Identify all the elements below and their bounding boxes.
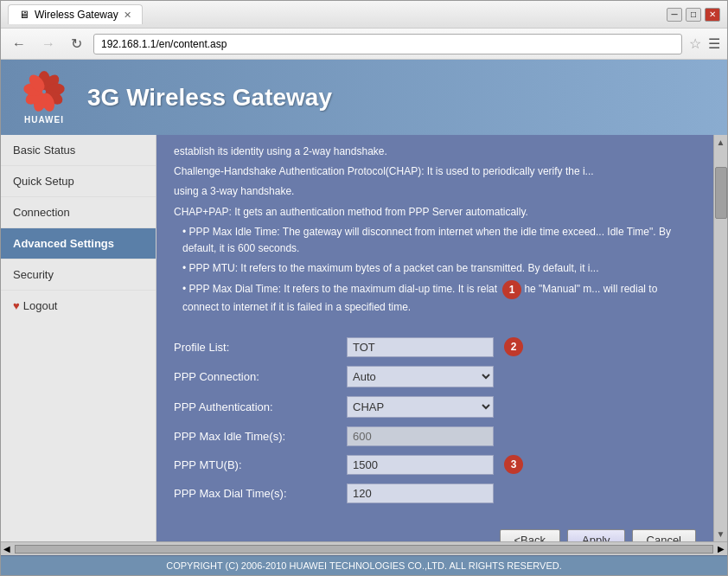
annotation-2: 2: [504, 337, 523, 356]
sidebar-item-basic-status[interactable]: Basic Status: [1, 135, 156, 166]
scroll-right-arrow[interactable]: ▶: [715, 544, 727, 554]
back-nav-button[interactable]: ←: [8, 35, 30, 54]
sidebar-logout[interactable]: ♥ Logout: [1, 291, 156, 321]
ppp-idle-input[interactable]: [347, 426, 494, 446]
profile-list-row: Profile List: 2: [174, 337, 696, 357]
logo-area: HUAWEI: [18, 70, 70, 125]
apply-button[interactable]: Apply: [567, 529, 625, 542]
address-bar[interactable]: [93, 34, 682, 54]
h-scroll-thumb[interactable]: [15, 545, 713, 554]
ppp-idle-label: PPP Max Idle Time(s):: [174, 430, 347, 443]
ppp-connection-row: PPP Connection: Auto Manual Always On: [174, 366, 696, 387]
desc-bullet-1: • PPP Max Idle Time: The gateway will di…: [174, 224, 696, 257]
description-text: establish its identity using a 2-way han…: [156, 135, 713, 329]
scroll-up-arrow[interactable]: ▲: [717, 135, 725, 150]
copyright-text: COPYRIGHT (C) 2006-2010 HUAWEI TECHNOLOG…: [166, 560, 561, 571]
window-controls: ─ □ ✕: [667, 8, 720, 22]
main-content: establish its identity using a 2-way han…: [156, 135, 713, 541]
tab-title: Wireless Gateway: [35, 9, 118, 21]
horizontal-scrollbar[interactable]: ◀ ▶: [1, 541, 727, 555]
logout-heart-icon: ♥: [13, 299, 20, 312]
ppp-mtu-label: PPP MTU(B):: [174, 458, 347, 471]
ppp-dial-label: PPP Max Dial Time(s):: [174, 487, 347, 500]
ppp-mtu-row: PPP MTU(B): 3: [174, 455, 696, 475]
profile-list-label: Profile List:: [174, 341, 347, 354]
back-button[interactable]: <Back: [500, 529, 561, 542]
desc-line-2: Challenge-Handshake Authentication Proto…: [174, 163, 696, 180]
sidebar-item-advanced-settings[interactable]: Advanced Settings: [1, 228, 156, 259]
sidebar-item-connection[interactable]: Connection: [1, 197, 156, 228]
bookmark-icon[interactable]: ☆: [689, 35, 701, 52]
page-icon: 🖥: [19, 9, 29, 21]
scroll-thumb[interactable]: [715, 167, 727, 219]
form-area: Profile List: 2 PPP Connection: Auto: [156, 329, 713, 525]
page-content: HUAWEI 3G Wireless Gateway Basic Status …: [1, 60, 727, 575]
minimize-button[interactable]: ─: [667, 8, 682, 22]
nav-bar: ← → ↻ ☆ ☰: [1, 29, 727, 60]
profile-list-input[interactable]: [347, 337, 494, 357]
vertical-scrollbar[interactable]: ▲ ▼: [713, 135, 727, 541]
ppp-auth-label: PPP Authentication:: [174, 400, 347, 413]
annotation-3: 3: [504, 455, 523, 474]
desc-line-1: establish its identity using a 2-way han…: [174, 144, 696, 160]
ppp-dial-input[interactable]: [347, 483, 494, 503]
cancel-button[interactable]: Cancel: [632, 529, 696, 542]
scroll-down-arrow[interactable]: ▼: [717, 527, 725, 541]
tab-close-button[interactable]: ✕: [124, 10, 131, 21]
ppp-auth-row: PPP Authentication: CHAP PAP CHAP+PAP: [174, 396, 696, 418]
desc-bullet-2: • PPP MTU: It refers to the maximum byte…: [174, 260, 696, 277]
desc-line-3: using a 3-way handshake.: [174, 183, 696, 200]
sidebar-item-quick-setup[interactable]: Quick Setup: [1, 166, 156, 197]
sidebar: Basic Status Quick Setup Connection Adva…: [1, 135, 156, 541]
huawei-logo-svg: [18, 70, 70, 113]
ppp-mtu-input[interactable]: [347, 455, 494, 475]
desc-line-4: CHAP+PAP: It gets an authentication meth…: [174, 204, 696, 221]
page-header: HUAWEI 3G Wireless Gateway: [1, 60, 727, 135]
menu-icon[interactable]: ☰: [708, 35, 720, 52]
browser-window: 🖥 Wireless Gateway ✕ ─ □ ✕ ← → ↻ ☆ ☰: [0, 0, 728, 576]
logout-label: Logout: [23, 299, 58, 312]
annotation-1: 1: [502, 280, 521, 299]
sidebar-item-security[interactable]: Security: [1, 259, 156, 291]
page-title: 3G Wireless Gateway: [87, 84, 332, 112]
close-button[interactable]: ✕: [705, 8, 720, 22]
forward-nav-button[interactable]: →: [37, 35, 60, 54]
maximize-button[interactable]: □: [686, 8, 701, 22]
ppp-connection-select[interactable]: Auto Manual Always On: [347, 366, 494, 387]
desc-bullet-3: • PPP Max Dial Time: It refers to the ma…: [174, 280, 696, 316]
ppp-dial-row: PPP Max Dial Time(s):: [174, 483, 696, 503]
brand-label: HUAWEI: [24, 115, 64, 125]
ppp-idle-row: PPP Max Idle Time(s):: [174, 426, 696, 446]
ppp-connection-label: PPP Connection:: [174, 370, 347, 383]
ppp-auth-select[interactable]: CHAP PAP CHAP+PAP: [347, 396, 494, 418]
title-bar: 🖥 Wireless Gateway ✕ ─ □ ✕: [1, 1, 727, 29]
page-footer: COPYRIGHT (C) 2006-2010 HUAWEI TECHNOLOG…: [1, 555, 727, 575]
button-row: <Back Apply Cancel: [156, 525, 713, 542]
refresh-button[interactable]: ↻: [67, 34, 86, 54]
browser-tab[interactable]: 🖥 Wireless Gateway ✕: [8, 4, 143, 24]
scroll-left-arrow[interactable]: ◀: [1, 544, 13, 554]
